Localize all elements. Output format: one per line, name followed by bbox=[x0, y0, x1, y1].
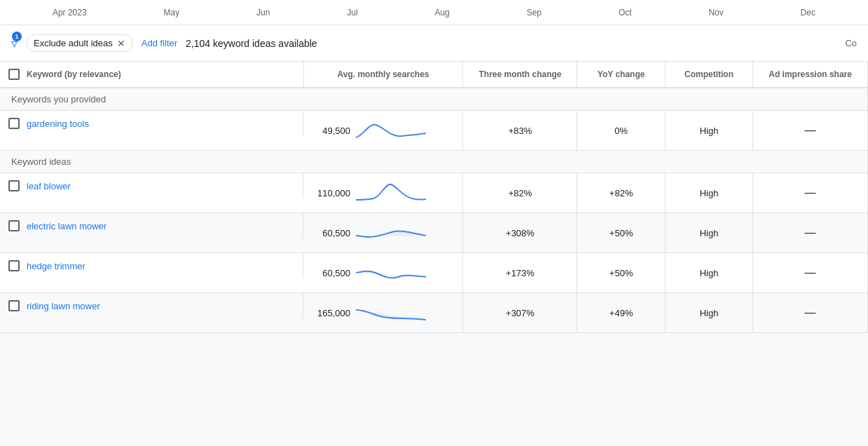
section-label-provided: Keywords you provided bbox=[0, 88, 868, 111]
col-ad-impression: Ad impression share bbox=[753, 62, 868, 88]
col-avg-monthly: Avg. monthly searches bbox=[303, 62, 463, 88]
month-sep: Sep bbox=[527, 8, 542, 18]
header-checkbox[interactable] bbox=[8, 69, 20, 80]
keyword-name-gardening[interactable]: gardening tools bbox=[27, 119, 89, 129]
month-labels: Apr 2023 May Jun Jul Aug Sep Oct Nov Dec bbox=[0, 8, 868, 18]
avg-cell-leaf: 110,000 bbox=[303, 173, 463, 213]
three-month-electric: +308% bbox=[463, 213, 577, 253]
sparkline-gardening bbox=[356, 118, 426, 143]
month-aug: Aug bbox=[434, 8, 449, 18]
month-dec: Dec bbox=[801, 8, 815, 18]
add-filter-button[interactable]: Add filter bbox=[142, 38, 177, 48]
keyword-name-riding[interactable]: riding lawn mower bbox=[27, 301, 100, 311]
row-checkbox-hedge[interactable] bbox=[8, 260, 20, 271]
section-label-provided-text: Keywords you provided bbox=[0, 88, 868, 111]
three-month-gardening: +83% bbox=[463, 111, 577, 151]
section-label-ideas-text: Keyword ideas bbox=[0, 151, 868, 173]
keyword-count: 2,104 keyword ideas available bbox=[186, 38, 317, 49]
filter-chip[interactable]: Exclude adult ideas ✕ bbox=[26, 34, 133, 52]
competition-leaf: High bbox=[665, 173, 752, 213]
competition-electric: High bbox=[665, 213, 752, 253]
avg-cell-riding: 165,000 bbox=[303, 293, 463, 333]
table-row: leaf blower 110,000 +82% +82% High — bbox=[0, 173, 868, 213]
month-nov: Nov bbox=[708, 8, 723, 18]
row-checkbox-leaf[interactable] bbox=[8, 180, 20, 191]
yoy-riding: +49% bbox=[577, 293, 665, 333]
filter-bar: ▿ 1 Exclude adult ideas ✕ Add filter 2,1… bbox=[0, 25, 868, 62]
yoy-leaf: +82% bbox=[577, 173, 665, 213]
ad-impression-leaf: — bbox=[753, 173, 868, 213]
competition-hedge: High bbox=[665, 253, 752, 293]
search-val-riding: 165,000 bbox=[312, 308, 350, 318]
table-row: electric lawn mower 60,500 +308% +50% Hi… bbox=[0, 213, 868, 253]
keyword-cell-gardening: gardening tools bbox=[0, 111, 303, 136]
keyword-name-leaf[interactable]: leaf blower bbox=[27, 181, 71, 191]
month-may: May bbox=[163, 8, 179, 18]
ad-impression-gardening: — bbox=[753, 111, 868, 151]
sparkline-leaf bbox=[356, 180, 426, 205]
col-keyword-label: Keyword (by relevance) bbox=[27, 69, 121, 79]
keyword-table: Keyword (by relevance) Avg. monthly sear… bbox=[0, 62, 868, 333]
row-checkbox-riding[interactable] bbox=[8, 300, 20, 311]
keyword-cell-electric: electric lawn mower bbox=[0, 213, 303, 238]
filter-chip-label: Exclude adult ideas bbox=[34, 38, 113, 48]
col-yoy: YoY change bbox=[577, 62, 665, 88]
timeline-bar: Apr 2023 May Jun Jul Aug Sep Oct Nov Dec bbox=[0, 0, 868, 25]
yoy-gardening: 0% bbox=[577, 111, 665, 151]
ad-impression-riding: — bbox=[753, 293, 868, 333]
month-jun: Jun bbox=[256, 8, 270, 18]
keyword-name-hedge[interactable]: hedge trimmer bbox=[27, 261, 85, 271]
keyword-cell-leaf: leaf blower bbox=[0, 173, 303, 198]
avg-cell-hedge: 60,500 bbox=[303, 253, 463, 293]
yoy-electric: +50% bbox=[577, 213, 665, 253]
ad-impression-hedge: — bbox=[753, 253, 868, 293]
section-label-ideas: Keyword ideas bbox=[0, 151, 868, 173]
filter-icon-wrap[interactable]: ▿ 1 bbox=[11, 36, 18, 51]
competition-gardening: High bbox=[665, 111, 752, 151]
search-val-gardening: 49,500 bbox=[312, 126, 350, 136]
keyword-cell-hedge: hedge trimmer bbox=[0, 253, 303, 278]
row-checkbox-gardening[interactable] bbox=[8, 118, 20, 129]
yoy-hedge: +50% bbox=[577, 253, 665, 293]
col-keyword: Keyword (by relevance) bbox=[0, 62, 303, 88]
search-val-electric: 60,500 bbox=[312, 228, 350, 238]
col-three-month: Three month change bbox=[463, 62, 577, 88]
three-month-riding: +307% bbox=[463, 293, 577, 333]
close-icon[interactable]: ✕ bbox=[117, 39, 125, 48]
three-month-leaf: +82% bbox=[463, 173, 577, 213]
keyword-cell-riding: riding lawn mower bbox=[0, 293, 303, 318]
table-row: gardening tools 49,500 +83% 0% High — bbox=[0, 111, 868, 151]
sparkline-hedge bbox=[356, 260, 426, 285]
month-apr: Apr 2023 bbox=[53, 8, 87, 18]
month-oct: Oct bbox=[619, 8, 632, 18]
co-label: Co bbox=[845, 38, 857, 48]
search-val-leaf: 110,000 bbox=[312, 188, 350, 198]
keyword-name-electric[interactable]: electric lawn mower bbox=[27, 221, 106, 231]
table-header-row: Keyword (by relevance) Avg. monthly sear… bbox=[0, 62, 868, 88]
avg-cell-electric: 60,500 bbox=[303, 213, 463, 253]
month-jul: Jul bbox=[347, 8, 357, 18]
row-checkbox-electric[interactable] bbox=[8, 220, 20, 231]
table-row: riding lawn mower 165,000 +307% +49% Hig… bbox=[0, 293, 868, 333]
search-val-hedge: 60,500 bbox=[312, 268, 350, 278]
ad-impression-electric: — bbox=[753, 213, 868, 253]
sparkline-electric bbox=[356, 220, 426, 245]
sparkline-riding bbox=[356, 300, 426, 325]
col-competition: Competition bbox=[665, 62, 752, 88]
filter-badge: 1 bbox=[12, 32, 22, 41]
table-container: Keyword (by relevance) Avg. monthly sear… bbox=[0, 62, 868, 333]
table-row: hedge trimmer 60,500 +173% +50% High — bbox=[0, 253, 868, 293]
three-month-hedge: +173% bbox=[463, 253, 577, 293]
competition-riding: High bbox=[665, 293, 752, 333]
avg-cell-gardening: 49,500 bbox=[303, 111, 463, 151]
